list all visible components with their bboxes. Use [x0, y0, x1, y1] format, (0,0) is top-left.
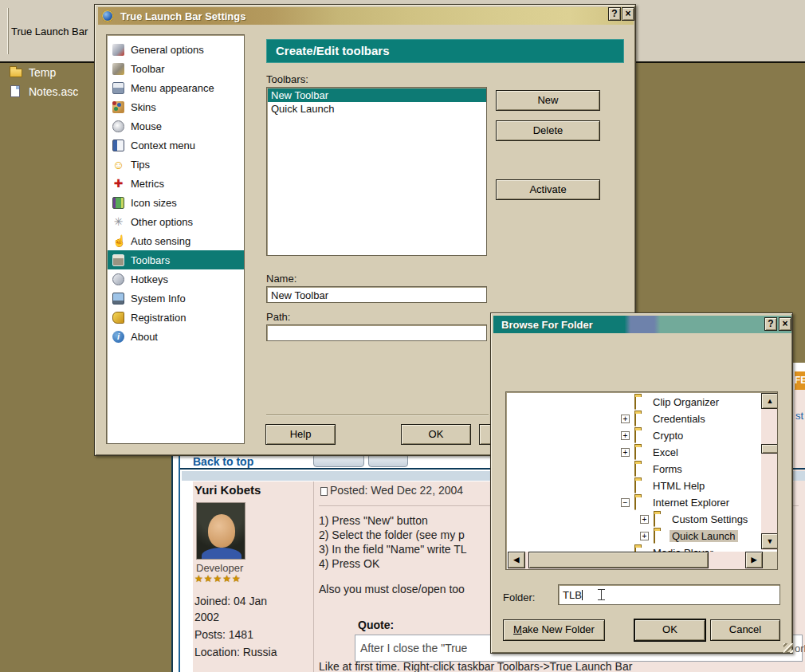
- name-label: Name:: [266, 273, 296, 285]
- tree-item-custom-settings[interactable]: +Custom Settings: [506, 511, 778, 528]
- ok-button[interactable]: OK: [401, 424, 471, 445]
- help-titlebar-button[interactable]: ?: [764, 317, 777, 331]
- tree-item-excel[interactable]: +Excel: [506, 444, 778, 461]
- listbox-item-new-toolbar[interactable]: New Toolbar: [268, 88, 486, 102]
- help-titlebar-button[interactable]: ?: [608, 7, 621, 21]
- tree-item-credentials[interactable]: +Credentials: [506, 411, 778, 427]
- sidebar-item-general-options[interactable]: General options: [108, 40, 244, 59]
- monitor-icon: [112, 293, 124, 305]
- resize-grip[interactable]: [783, 643, 793, 653]
- expand-icon[interactable]: +: [621, 431, 630, 440]
- make-new-folder-button[interactable]: Make New Folder: [503, 619, 605, 641]
- sidebar-item-metrics[interactable]: ✚Metrics: [108, 174, 244, 193]
- sidebar-item-toolbar[interactable]: Toolbar: [108, 59, 244, 78]
- scroll-left-icon[interactable]: ◀: [508, 552, 525, 568]
- toolbar-drag-handle[interactable]: [7, 8, 9, 54]
- folder-icon: [634, 464, 636, 476]
- toolbars-list-label: Toolbars:: [266, 73, 308, 85]
- quote-text-fragment: orl: [795, 643, 805, 654]
- toolbar-title: True Launch Bar: [11, 26, 88, 37]
- scroll-up-icon[interactable]: ▲: [761, 393, 778, 409]
- cancel-button[interactable]: Cancel: [710, 619, 780, 641]
- link-fragment[interactable]: st: [795, 410, 803, 422]
- horizontal-scrollbar[interactable]: ◀ ▶: [508, 552, 763, 569]
- sidebar-item-menu-appearance[interactable]: Menu appearance: [108, 78, 244, 97]
- mouse-icon: [112, 120, 124, 132]
- tree-item-quick-launch[interactable]: +Quick Launch: [506, 528, 778, 544]
- back-to-top-link[interactable]: Back to top: [193, 455, 253, 468]
- info-icon: i: [112, 331, 124, 343]
- sidebar-item-icon-sizes[interactable]: Icon sizes: [108, 193, 244, 212]
- folder-input[interactable]: TLB: [558, 584, 780, 605]
- sidebar-item-hotkeys[interactable]: Hotkeys: [108, 269, 244, 289]
- forum-cell-divider: [313, 481, 314, 672]
- settings-titlebar[interactable]: True Launch Bar Settings: [98, 7, 634, 25]
- folder-icon: [634, 430, 636, 442]
- author-joined-year: 2002: [194, 611, 219, 623]
- author-stars: ★★★★★: [194, 573, 242, 584]
- sidebar-item-mouse[interactable]: Mouse: [108, 116, 244, 136]
- post-line: 2) Select the folder (see my p: [319, 529, 465, 541]
- menu-panels-icon: [112, 82, 124, 94]
- tools-icon: [112, 63, 124, 75]
- sidebar-item-toolbars[interactable]: Toolbars: [108, 250, 244, 269]
- sidebar-item-context-menu[interactable]: Context menu: [108, 136, 244, 155]
- ok-button[interactable]: OK: [634, 619, 705, 641]
- scroll-down-icon[interactable]: ▼: [761, 533, 778, 549]
- name-field[interactable]: New Toolbar: [266, 286, 487, 303]
- author-rank: Developer: [196, 562, 243, 574]
- tree-item-forms[interactable]: Forms: [506, 461, 778, 477]
- scrollbar-thumb[interactable]: [528, 552, 709, 568]
- help-button[interactable]: Help: [265, 424, 336, 445]
- path-field[interactable]: [266, 324, 487, 341]
- vertical-scrollbar[interactable]: ▲ ▼: [761, 393, 778, 550]
- panel-separator: [266, 415, 489, 416]
- tree-item-clip-organizer[interactable]: Clip Organizer: [506, 394, 778, 411]
- desktop-item-notes[interactable]: Notes.asc: [29, 85, 78, 98]
- sidebar-item-auto-sensing[interactable]: ☝Auto sensing: [108, 231, 244, 250]
- post-icon: [320, 487, 328, 496]
- tree-item-html-help[interactable]: HTML Help: [506, 477, 778, 494]
- expand-icon[interactable]: +: [640, 532, 649, 540]
- listbox-item-quick-launch[interactable]: Quick Launch: [268, 102, 485, 116]
- browse-dialog-title: Browse For Folder: [501, 319, 593, 331]
- open-folder-icon: [654, 531, 655, 543]
- scroll-right-icon[interactable]: ▶: [745, 552, 763, 568]
- activate-button[interactable]: Activate: [496, 179, 600, 200]
- sidebar-item-tips[interactable]: ☺Tips: [108, 155, 244, 174]
- author-name[interactable]: Yuri Kobets: [194, 483, 261, 497]
- sidebar-item-about[interactable]: iAbout: [108, 327, 244, 346]
- quote-label: Quote:: [358, 619, 394, 631]
- delete-button[interactable]: Delete: [496, 120, 600, 141]
- app-logo-icon: [101, 10, 114, 22]
- expand-icon[interactable]: +: [621, 415, 630, 423]
- document-icon: [10, 85, 20, 97]
- scrollbar-thumb[interactable]: [761, 444, 778, 454]
- sidebar-item-other-options[interactable]: ✳Other options: [108, 212, 244, 231]
- expand-icon[interactable]: +: [621, 448, 630, 457]
- sidebar-item-system-info[interactable]: System Info: [108, 289, 244, 308]
- folder-label: Folder:: [503, 591, 535, 603]
- palette-icon: [112, 101, 124, 113]
- post-line: 3) In the field "Name" write TL: [319, 543, 467, 556]
- browse-titlebar[interactable]: Browse For Folder: [493, 316, 791, 333]
- ibeam-cursor: [598, 589, 605, 600]
- post-bottom-line: Like at first time. Right-click taskbar …: [319, 660, 632, 672]
- collapse-icon[interactable]: −: [621, 498, 630, 507]
- sidebar-item-registration[interactable]: Registration: [108, 308, 244, 327]
- tree-item-internet-explorer[interactable]: −Internet Explorer: [506, 494, 778, 511]
- close-icon[interactable]: ×: [779, 317, 791, 331]
- folder-icon: [634, 481, 636, 493]
- hand-icon: ☝: [112, 235, 124, 247]
- author-posts: Posts: 1481: [194, 628, 253, 641]
- expand-icon[interactable]: +: [640, 515, 649, 524]
- new-button[interactable]: New: [496, 90, 600, 111]
- browse-for-folder-dialog: Browse For Folder ? × Clip Organizer +Cr…: [490, 312, 793, 654]
- path-label: Path:: [266, 311, 290, 323]
- desktop-item-temp[interactable]: Temp: [29, 66, 56, 79]
- banner-fragment: FE: [795, 371, 805, 390]
- sidebar-item-skins[interactable]: Skins: [108, 97, 244, 116]
- close-icon[interactable]: ×: [622, 7, 634, 21]
- tree-item-crypto[interactable]: +Crypto: [506, 427, 778, 444]
- settings-category-list: General options Toolbar Menu appearance …: [106, 34, 245, 444]
